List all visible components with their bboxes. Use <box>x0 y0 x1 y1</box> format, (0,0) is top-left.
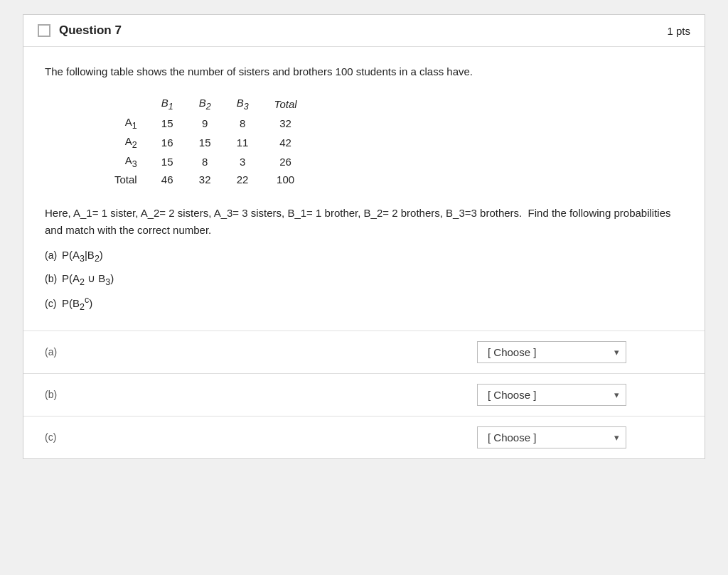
title-text: Question 7 <box>59 23 122 38</box>
answer-input-b[interactable]: [ Choose ] 1/4 8/32 8/100 15/32 53/100 6… <box>477 384 626 406</box>
answer-row-a: (a) [ Choose ] 1/4 8/32 8/100 15/32 53/1… <box>23 331 705 373</box>
data-table: B1 B2 B3 Total A1 15 9 8 32 A2 16 15 11 … <box>102 95 310 188</box>
answer-input-c[interactable]: [ Choose ] 1/4 8/32 8/100 15/32 53/100 6… <box>477 426 626 448</box>
cell-a2-total: 42 <box>262 133 310 152</box>
prob-item-b: (b) P(A2 ∪ B3) <box>45 268 683 291</box>
prob-item-c: (c) P(B2c) <box>45 291 683 316</box>
cell-a1-total: 32 <box>262 114 310 133</box>
choose-select-a[interactable]: [ Choose ] 1/4 8/32 8/100 15/32 53/100 6… <box>477 341 626 363</box>
select-wrapper-a[interactable]: [ Choose ] 1/4 8/32 8/100 15/32 53/100 6… <box>477 341 626 363</box>
cell-a1-b3: 8 <box>224 114 262 133</box>
row-label-total: Total <box>102 171 149 188</box>
cell-a1-b2: 9 <box>186 114 224 133</box>
col-b2: B2 <box>186 95 224 114</box>
cell-total-b3: 22 <box>224 171 262 188</box>
answer-row-c: (c) [ Choose ] 1/4 8/32 8/100 15/32 53/1… <box>23 416 705 458</box>
cell-a3-b3: 3 <box>224 152 262 171</box>
question-title: Question 7 <box>38 23 122 38</box>
row-label-a2: A2 <box>102 133 149 152</box>
row-label-a3: A3 <box>102 152 149 171</box>
table-row: A1 15 9 8 32 <box>102 114 310 133</box>
flag-icon <box>38 24 50 37</box>
answer-label-a: (a) <box>45 346 87 358</box>
row-label-a1: A1 <box>102 114 149 133</box>
cell-a3-total: 26 <box>262 152 310 171</box>
answer-input-a[interactable]: [ Choose ] 1/4 8/32 8/100 15/32 53/100 6… <box>477 341 626 363</box>
prob-expr-b: P(A2 ∪ B3) <box>62 268 114 291</box>
select-wrapper-c[interactable]: [ Choose ] 1/4 8/32 8/100 15/32 53/100 6… <box>477 426 626 448</box>
table-row: A3 15 8 3 26 <box>102 152 310 171</box>
prob-list: (a) P(A3|B2) (b) P(A2 ∪ B3) (c) P(B2c) <box>45 244 683 316</box>
col-b1: B1 <box>149 95 186 114</box>
col-total-header: Total <box>262 95 310 114</box>
answer-row-b: (b) [ Choose ] 1/4 8/32 8/100 15/32 53/1… <box>23 373 705 416</box>
answer-rows: (a) [ Choose ] 1/4 8/32 8/100 15/32 53/1… <box>23 331 705 458</box>
cell-a2-b1: 16 <box>149 133 186 152</box>
choose-select-c[interactable]: [ Choose ] 1/4 8/32 8/100 15/32 53/100 6… <box>477 426 626 448</box>
cell-a2-b2: 15 <box>186 133 224 152</box>
prob-label-b: (b) <box>45 269 59 289</box>
question-body: The following table shows the number of … <box>23 47 705 331</box>
cell-total-total: 100 <box>262 171 310 188</box>
cell-a3-b1: 15 <box>149 152 186 171</box>
cell-a2-b3: 11 <box>224 133 262 152</box>
cell-total-b2: 32 <box>186 171 224 188</box>
answer-label-b: (b) <box>45 389 87 400</box>
prob-expr-a: P(A3|B2) <box>62 244 103 268</box>
description-text: Here, A_1= 1 sister, A_2= 2 sisters, A_3… <box>45 205 683 239</box>
prob-label-a: (a) <box>45 245 59 265</box>
answer-label-c: (c) <box>45 431 87 443</box>
cell-a1-b1: 15 <box>149 114 186 133</box>
table-row: A2 16 15 11 42 <box>102 133 310 152</box>
intro-text: The following table shows the number of … <box>45 64 683 80</box>
col-b3: B3 <box>224 95 262 114</box>
question-header: Question 7 1 pts <box>23 15 705 47</box>
cell-a3-b2: 8 <box>186 152 224 171</box>
select-wrapper-b[interactable]: [ Choose ] 1/4 8/32 8/100 15/32 53/100 6… <box>477 384 626 406</box>
cell-total-b1: 46 <box>149 171 186 188</box>
prob-expr-c: P(B2c) <box>62 291 92 316</box>
question-card: Question 7 1 pts The following table sho… <box>23 14 705 459</box>
pts-label: 1 pts <box>667 25 690 37</box>
prob-item-a: (a) P(A3|B2) <box>45 244 683 268</box>
prob-label-c: (c) <box>45 294 59 313</box>
choose-select-b[interactable]: [ Choose ] 1/4 8/32 8/100 15/32 53/100 6… <box>477 384 626 406</box>
table-row: Total 46 32 22 100 <box>102 171 310 188</box>
